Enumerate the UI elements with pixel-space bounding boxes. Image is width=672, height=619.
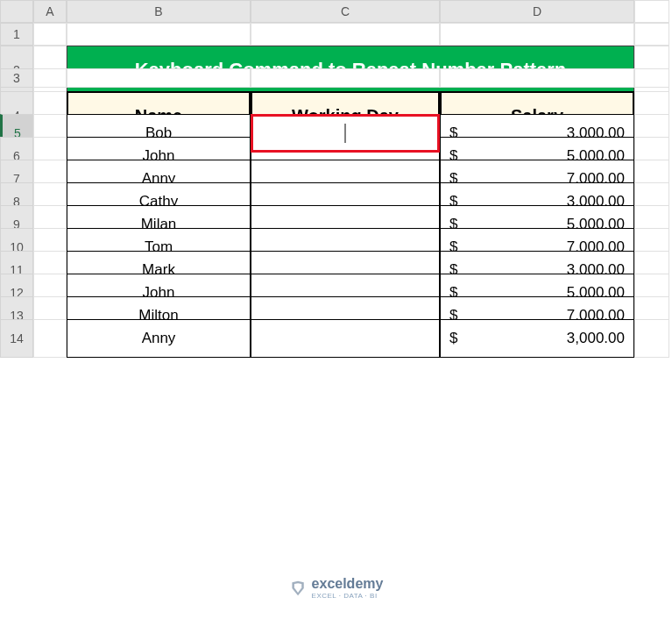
col-header-b[interactable]: B: [67, 0, 251, 23]
cell-a1[interactable]: [33, 23, 67, 46]
cell-a3[interactable]: [33, 68, 67, 88]
currency-symbol: $: [449, 330, 457, 347]
cell-d1[interactable]: [440, 23, 634, 46]
watermark: exceldemy EXCEL · DATA · BI: [289, 576, 384, 600]
row-header-14[interactable]: 14: [0, 319, 33, 358]
row-header-1[interactable]: 1: [0, 23, 33, 46]
cell-salary-14[interactable]: $ 3,000.00: [440, 319, 634, 358]
cell-d3[interactable]: [440, 68, 634, 88]
cell-b1[interactable]: [67, 23, 251, 46]
cell-c1[interactable]: [251, 23, 440, 46]
cell-name-14[interactable]: Anny: [67, 319, 251, 358]
cell-e1[interactable]: [634, 23, 669, 46]
salary-value: 3,000.00: [567, 330, 625, 347]
text-cursor-icon: [345, 124, 346, 143]
watermark-sub: EXCEL · DATA · BI: [312, 592, 384, 600]
cell-e14[interactable]: [634, 319, 669, 358]
col-header-extra: [634, 0, 669, 23]
col-header-a[interactable]: A: [33, 0, 67, 23]
select-all-corner[interactable]: [0, 0, 33, 23]
cell-a14[interactable]: [33, 319, 67, 358]
cell-e3[interactable]: [634, 68, 669, 88]
col-header-d[interactable]: D: [440, 0, 634, 23]
spreadsheet-grid: A B C D 1 2 Keyboard Command to Repeat N…: [0, 0, 672, 342]
cell-b3[interactable]: [67, 68, 251, 88]
watermark-main: exceldemy: [312, 576, 384, 591]
col-header-c[interactable]: C: [251, 0, 440, 23]
cell-working-day-5[interactable]: [251, 114, 440, 153]
cell-c3[interactable]: [251, 68, 440, 88]
row-header-3[interactable]: 3: [0, 68, 33, 88]
exceldemy-logo-icon: [289, 580, 307, 597]
cell-working-day-14[interactable]: [251, 319, 440, 358]
